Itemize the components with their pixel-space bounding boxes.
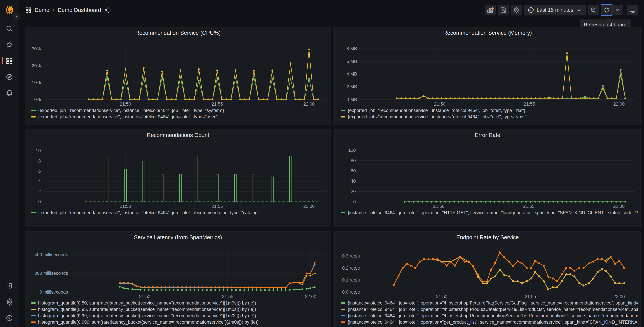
svg-text:22:00: 22:00 xyxy=(613,204,625,209)
sign-in-icon xyxy=(6,282,13,290)
legend-item[interactable]: {exported_job="recommendationservice", i… xyxy=(31,107,328,114)
legend: histogram_quantile(0.50, sum(rate(latenc… xyxy=(28,300,328,325)
error-rate-chart[interactable]: 02040608010021:5021:5522:00 xyxy=(337,140,638,210)
legend-label: {exported_job="recommendationservice", i… xyxy=(348,108,525,113)
search-icon xyxy=(6,25,13,32)
svg-text:6 MB: 6 MB xyxy=(346,59,357,64)
svg-text:0 MB: 0 MB xyxy=(346,97,357,102)
legend-item[interactable]: histogram_quantile(0.99, sum(rate(latenc… xyxy=(31,312,328,319)
svg-text:22:00: 22:00 xyxy=(614,294,625,299)
kiosk-mode-button[interactable] xyxy=(627,5,638,16)
sidebar-item-sign-in[interactable] xyxy=(0,282,19,290)
legend: {instance="otelcol:9464", job="otel", op… xyxy=(337,300,638,325)
panel-title[interactable]: Endpoint Rate by Service xyxy=(337,233,638,242)
svg-text:21:55: 21:55 xyxy=(525,294,536,299)
zoom-out-button[interactable] xyxy=(588,5,599,16)
add-panel-button[interactable] xyxy=(485,5,496,16)
breadcrumb-current[interactable]: Demo Dashboard xyxy=(58,7,101,13)
breadcrumb-root[interactable]: Demo xyxy=(34,7,49,13)
legend-swatch xyxy=(341,116,345,118)
svg-text:400 milliseconds: 400 milliseconds xyxy=(34,252,68,257)
time-range-picker[interactable]: Last 15 minutes xyxy=(524,5,586,16)
panel-cpu: Recommendation Service (CPU%) 0%10%20%30… xyxy=(25,27,331,125)
recommendations-count-chart[interactable]: 024681021:5021:5522:00 xyxy=(28,140,328,210)
panel-title[interactable]: Recommendation Service (Memory) xyxy=(337,28,638,38)
svg-text:22:00: 22:00 xyxy=(303,204,315,209)
legend-item[interactable]: histogram_quantile(0.50, sum(rate(latenc… xyxy=(31,300,328,306)
svg-text:21:50: 21:50 xyxy=(139,294,150,299)
save-dashboard-button[interactable] xyxy=(498,5,509,16)
svg-text:21:50: 21:50 xyxy=(120,204,131,209)
sidebar-item-alerting[interactable] xyxy=(0,89,19,97)
svg-text:8 MB: 8 MB xyxy=(346,46,357,51)
legend-item[interactable]: {exported_job="recommendationservice", i… xyxy=(341,114,638,120)
svg-text:4: 4 xyxy=(38,179,41,184)
svg-text:30%: 30% xyxy=(32,46,41,51)
svg-text:22:00: 22:00 xyxy=(303,102,315,106)
sidebar-expand-button[interactable] xyxy=(12,13,20,20)
legend-label: {exported_job="recommendationservice", i… xyxy=(348,114,528,120)
panel-endpoint-rate: Endpoint Rate by Service 0.0 req/s0.1 re… xyxy=(334,231,641,327)
legend-item[interactable]: histogram_quantile(0.999, sum(rate(laten… xyxy=(31,319,328,325)
panel-title[interactable]: Recommendation Service (CPU%) xyxy=(28,28,328,38)
legend-item[interactable]: {instance="otelcol:9464", job="otel", op… xyxy=(341,319,638,325)
refresh-button[interactable] xyxy=(601,5,612,16)
panel-title[interactable]: Error Rate xyxy=(337,130,638,140)
compass-icon xyxy=(6,73,13,81)
legend-label: {instance="otelcol:9464", job="otel", op… xyxy=(348,300,638,306)
dashboard-grid: Recommendation Service (CPU%) 0%10%20%30… xyxy=(19,20,644,327)
legend-label: {exported_job="recommendationservice", i… xyxy=(38,210,261,215)
legend-swatch xyxy=(31,322,36,323)
chevron-down-icon xyxy=(576,7,582,14)
svg-text:21:50: 21:50 xyxy=(433,204,444,209)
panel-title[interactable]: Recommendations Count xyxy=(28,130,328,140)
endpoint-rate-chart[interactable]: 0.0 req/s0.1 req/s0.2 req/s0.3 req/s21:5… xyxy=(337,242,638,300)
legend-item[interactable]: {exported_job="recommendationservice", i… xyxy=(31,114,328,120)
zoom-out-icon xyxy=(590,7,597,14)
grafana-logo[interactable] xyxy=(5,5,14,14)
legend-label: {instance="otelcol:9464", job="otel", op… xyxy=(348,320,638,325)
legend-label: {exported_job="recommendationservice", i… xyxy=(38,108,224,113)
svg-text:2: 2 xyxy=(38,189,41,194)
sidebar-item-help[interactable]: ? xyxy=(0,314,19,322)
legend-swatch xyxy=(341,322,345,323)
legend-label: {instance="otelcol:9464", job="otel", op… xyxy=(348,210,638,215)
legend-item[interactable]: {exported_job="recommendationservice", i… xyxy=(341,107,638,114)
share-icon[interactable] xyxy=(104,7,110,13)
legend-item[interactable]: histogram_quantile(0.95, sum(rate(latenc… xyxy=(31,306,328,312)
svg-text:21:55: 21:55 xyxy=(212,102,223,106)
sidebar-item-explore[interactable] xyxy=(0,73,19,81)
gear-icon xyxy=(6,298,13,306)
legend-label: {instance="otelcol:9464", job="otel", op… xyxy=(348,313,638,318)
service-latency-chart[interactable]: 0 milliseconds200 milliseconds400 millis… xyxy=(28,242,328,300)
cpu-chart[interactable]: 0%10%20%30%21:5021:5522:00 xyxy=(28,38,328,107)
legend-label: {exported_job="recommendationservice", i… xyxy=(38,114,218,120)
refresh-interval-dropdown[interactable] xyxy=(612,5,622,16)
legend-label: histogram_quantile(0.999, sum(rate(laten… xyxy=(38,320,259,325)
svg-text:0.3 req/s: 0.3 req/s xyxy=(342,254,360,258)
legend-item[interactable]: {instance="otelcol:9464", job="otel", op… xyxy=(341,300,638,306)
svg-text:21:55: 21:55 xyxy=(523,204,534,209)
legend-swatch xyxy=(341,212,345,213)
star-icon xyxy=(6,41,13,48)
svg-text:2 MB: 2 MB xyxy=(346,84,357,89)
sidebar-item-dashboards[interactable] xyxy=(0,57,19,65)
legend-item[interactable]: {exported_job="recommendationservice", i… xyxy=(31,210,328,216)
svg-text:10: 10 xyxy=(36,148,41,153)
legend-item[interactable]: {instance="otelcol:9464", job="otel", op… xyxy=(341,312,638,319)
legend-item[interactable]: {instance="otelcol:9464", job="otel", op… xyxy=(341,306,638,312)
svg-text:0: 0 xyxy=(38,199,41,204)
legend-item[interactable]: {instance="otelcol:9464", job="otel", op… xyxy=(341,210,638,216)
sidebar-item-settings[interactable] xyxy=(0,298,19,306)
svg-text:0: 0 xyxy=(353,199,356,204)
sidebar-item-starred[interactable] xyxy=(0,41,19,49)
svg-text:0 milliseconds: 0 milliseconds xyxy=(40,290,68,294)
svg-text:0%: 0% xyxy=(34,97,41,102)
memory-chart[interactable]: 0 MB2 MB4 MB6 MB8 MB21:5021:5522:00 xyxy=(337,38,638,107)
legend-swatch xyxy=(31,110,36,111)
sidebar-item-search[interactable] xyxy=(0,25,19,32)
legend: {exported_job="recommendationservice", i… xyxy=(337,107,638,120)
panel-title[interactable]: Service Latency (from SpanMetrics) xyxy=(28,233,328,242)
dashboard-settings-button[interactable] xyxy=(511,5,522,16)
svg-text:21:50: 21:50 xyxy=(434,102,446,106)
